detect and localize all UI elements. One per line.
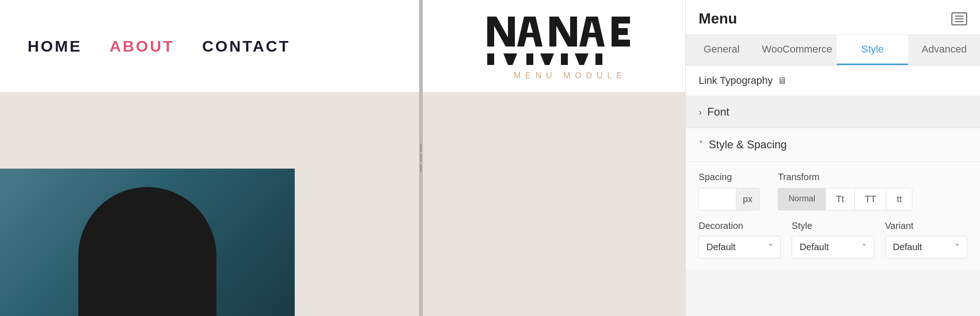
tab-general[interactable]: General — [686, 35, 758, 65]
spacing-input[interactable] — [699, 188, 736, 210]
svg-marker-12 — [575, 53, 589, 65]
transform-btn-normal[interactable]: Normal — [778, 188, 826, 210]
transform-label: Transform — [778, 172, 912, 182]
decoration-select-group: Decoration Default ˅ — [699, 221, 781, 258]
svg-marker-8 — [503, 53, 517, 65]
spacing-transform-row: Spacing px Transform Normal Tt TT tt — [686, 162, 980, 221]
svg-rect-16 — [955, 21, 963, 22]
nav-link-contact[interactable]: CONTACT — [202, 37, 291, 55]
tab-woocommerce[interactable]: WooCommerce — [758, 35, 837, 65]
drag-line — [420, 154, 421, 162]
link-typography-label: Link Typography — [699, 75, 773, 87]
decoration-chevron-icon: ˅ — [769, 242, 773, 252]
style-select-group: Style Default ˅ — [792, 221, 874, 258]
font-accordion-label: Font — [707, 105, 729, 118]
svg-rect-13 — [595, 53, 602, 65]
font-accordion: › Font — [686, 96, 980, 128]
svg-rect-15 — [955, 18, 963, 19]
transform-btn-tt-lower[interactable]: tt — [887, 188, 912, 210]
website-preview: HOME ABOUT CONTACT — [0, 0, 685, 316]
panel-toggle-button[interactable] — [951, 12, 967, 25]
monitor-icon[interactable]: 🖥 — [777, 76, 787, 86]
tabs-bar: General WooCommerce Style Advanced — [686, 35, 980, 65]
panel-toggle-icon — [955, 16, 963, 22]
photo-silhouette — [78, 187, 216, 316]
svg-marker-10 — [540, 53, 554, 65]
svg-rect-9 — [526, 53, 533, 65]
svg-marker-6 — [612, 17, 630, 47]
style-spacing-header[interactable]: ˅ Style & Spacing — [686, 128, 980, 162]
variant-chevron-icon: ˅ — [955, 242, 959, 252]
tab-style[interactable]: Style — [837, 35, 909, 65]
decoration-label: Decoration — [699, 221, 781, 231]
transform-row: Normal Tt TT tt — [778, 188, 912, 211]
font-chevron-icon: › — [699, 107, 702, 117]
nav-link-home[interactable]: HOME — [28, 37, 82, 55]
style-spacing-label: Style & Spacing — [709, 138, 787, 151]
transform-field-group: Transform Normal Tt TT tt — [778, 172, 912, 211]
nav-bar: HOME ABOUT CONTACT — [0, 0, 685, 92]
logo-text: MENU MODULE — [513, 71, 626, 81]
svg-marker-0 — [487, 17, 515, 47]
nav-links: HOME ABOUT CONTACT — [28, 37, 291, 55]
style-spacing-chevron-icon: ˅ — [699, 139, 703, 150]
style-spacing-section: ˅ Style & Spacing Spacing px Transform N… — [686, 128, 980, 269]
logo-area: MENU MODULE — [483, 12, 658, 81]
decoration-style-variant-row: Decoration Default ˅ Style Default ˅ Var… — [686, 221, 980, 269]
variant-select-group: Variant Default ˅ — [885, 221, 967, 258]
drag-lines — [420, 144, 421, 172]
drag-line — [420, 164, 421, 172]
spacing-field-group: Spacing px — [699, 172, 759, 211]
style-select[interactable]: Default ˅ — [792, 236, 874, 258]
tab-advanced[interactable]: Advanced — [908, 35, 980, 65]
panel-resize-handle[interactable] — [419, 0, 423, 316]
transform-btn-TT[interactable]: TT — [855, 188, 887, 210]
link-typography-section: Link Typography 🖥 — [686, 65, 980, 96]
transform-btn-tt[interactable]: Tt — [826, 188, 855, 210]
decoration-value: Default — [706, 242, 735, 252]
spacing-input-row: px — [699, 188, 759, 211]
style-chevron-icon: ˅ — [862, 242, 866, 252]
variant-label: Variant — [885, 221, 967, 231]
font-accordion-header[interactable]: › Font — [686, 96, 980, 128]
style-value: Default — [799, 242, 828, 252]
panel-content: Link Typography 🖥 › Font ˅ Style & Spaci… — [686, 65, 980, 316]
photo-block — [0, 169, 295, 316]
svg-rect-14 — [955, 16, 963, 17]
panel-header: Menu — [686, 0, 980, 35]
svg-rect-11 — [561, 53, 568, 65]
spacing-unit-btn[interactable]: px — [736, 188, 759, 210]
settings-panel: Menu General WooCommerce Style Advanced … — [685, 0, 980, 316]
spacing-label: Spacing — [699, 172, 759, 182]
panel-title: Menu — [699, 10, 737, 27]
svg-marker-3 — [549, 17, 577, 47]
logo-svg — [483, 12, 658, 69]
content-area — [0, 92, 685, 316]
variant-select[interactable]: Default ˅ — [885, 236, 967, 258]
nav-link-about[interactable]: ABOUT — [110, 37, 175, 55]
drag-line — [420, 144, 421, 152]
decoration-select[interactable]: Default ˅ — [699, 236, 781, 258]
style-field-label: Style — [792, 221, 874, 231]
svg-rect-7 — [487, 53, 494, 65]
variant-value: Default — [893, 242, 922, 252]
